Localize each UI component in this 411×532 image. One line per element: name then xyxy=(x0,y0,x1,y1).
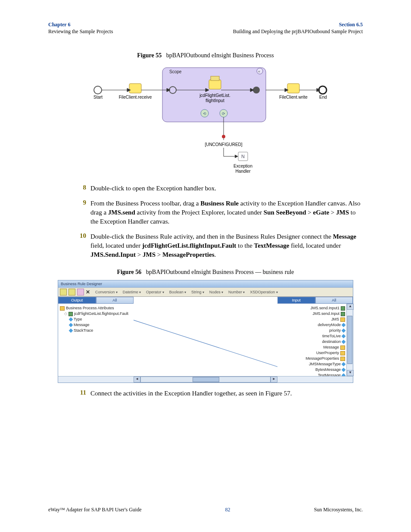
figure55-text: bpBAPIOutbound eInsight Business Process xyxy=(166,52,274,59)
brd-canvas[interactable] xyxy=(134,297,277,376)
tb-nodes[interactable]: Nodes xyxy=(209,290,223,294)
toolbar-icon[interactable] xyxy=(60,289,67,296)
scroll-track[interactable] xyxy=(140,376,271,383)
step-11-num: 11 xyxy=(48,389,90,396)
step-8-body: Double-click to open the Exception handl… xyxy=(90,184,363,193)
step-9: 9 From the Business Process toolbar, dra… xyxy=(48,199,363,226)
scroll-thumb[interactable] xyxy=(193,377,219,382)
end-label: End xyxy=(319,95,327,100)
svg-rect-8 xyxy=(211,76,219,81)
header: Chapter 6 Reviewing the Sample Projects … xyxy=(48,22,363,35)
svg-text:jcdFlightGetList.: jcdFlightGetList. xyxy=(199,93,230,98)
tab-all-right[interactable]: All xyxy=(315,297,353,304)
tab-output[interactable]: Output xyxy=(58,297,96,304)
tb-xsdoperation[interactable]: XSDOperation xyxy=(250,290,277,294)
step-8: 8 Double-click to open the Exception han… xyxy=(48,184,363,193)
step-9-body: From the Business Process toolbar, drag … xyxy=(90,199,363,226)
tb-boolean[interactable]: Boolean xyxy=(169,290,186,294)
svg-point-3 xyxy=(94,86,102,94)
svg-text:⟲: ⟲ xyxy=(203,112,206,116)
svg-marker-33 xyxy=(235,155,238,158)
tab-input[interactable]: Input xyxy=(277,297,315,304)
diamond-icon xyxy=(342,368,346,372)
brd-toolbar: ✕ Conversion Datetime Operator Boolean S… xyxy=(58,288,353,297)
svg-text:«: « xyxy=(258,69,260,74)
node-icon xyxy=(68,312,73,316)
tab-all-left[interactable]: All xyxy=(96,297,134,304)
figure55-label: Figure 55 xyxy=(137,52,162,59)
tb-number[interactable]: Number xyxy=(228,290,245,294)
scroll-down-icon[interactable]: ▼ xyxy=(347,370,354,376)
brd-right-pane: Input All JMS.send.Input1 JMS.send.Input… xyxy=(277,297,353,376)
svg-text:N: N xyxy=(241,154,245,159)
business-rule-designer: Business Rule Designer ✕ Conversion Date… xyxy=(58,280,353,383)
svg-rect-15 xyxy=(287,84,299,93)
step-11-body: Connect the activities in the Exception … xyxy=(90,389,363,398)
brd-columns: Output All Business Process Attributes ◇… xyxy=(58,297,353,376)
step-11: 11 Connect the activities in the Excepti… xyxy=(48,389,363,398)
footer-right: Sun Microsystems, Inc. xyxy=(314,507,363,513)
svg-line-38 xyxy=(134,320,277,367)
tb-string[interactable]: String xyxy=(191,290,204,294)
scope-label: Scope xyxy=(169,69,182,74)
header-left: Chapter 6 Reviewing the Sample Projects xyxy=(48,22,113,35)
figure56-text: bpBAPIOutbound eInsight Business Process… xyxy=(146,269,294,275)
folder-icon xyxy=(340,357,345,361)
figure56-caption: Figure 56 bpBAPIOutbound eInsight Busine… xyxy=(48,269,363,276)
footer-left: eWay™ Adapter for SAP BAPI User's Guide xyxy=(48,507,141,513)
toolbar-icon[interactable] xyxy=(77,289,84,296)
step-10: 10 Double-click the Business Rule activi… xyxy=(48,232,363,259)
diamond-icon xyxy=(342,362,346,367)
brd-left-pane: Output All Business Process Attributes ◇… xyxy=(58,297,134,376)
scroll-right-icon[interactable]: ► xyxy=(271,376,277,383)
figure56-label: Figure 56 xyxy=(117,269,141,275)
scroll-thumb[interactable] xyxy=(347,316,352,364)
left-tree[interactable]: Business Process Attributes ◇jcdFlightGe… xyxy=(58,304,134,376)
diamond-icon xyxy=(342,340,346,344)
header-subtitle-right: Building and Deploying the prjBAPIOutbou… xyxy=(233,28,363,35)
folder-icon xyxy=(340,351,345,355)
svg-text:flightInput: flightInput xyxy=(206,98,224,103)
scroll-up-icon[interactable]: ▲ xyxy=(347,304,354,310)
tb-conversion[interactable]: Conversion xyxy=(95,290,118,294)
scroll-left-icon[interactable]: ◄ xyxy=(134,376,140,383)
step-9-num: 9 xyxy=(48,199,90,206)
diamond-icon xyxy=(69,329,73,333)
unconfigured-label: [UNCONFIGURED] xyxy=(205,142,242,147)
brd-title: Business Rule Designer xyxy=(58,280,353,288)
vertical-scrollbar[interactable]: ▲ ▼ xyxy=(346,304,353,376)
figure55-caption: Figure 55 bpBAPIOutbound eInsight Busine… xyxy=(48,52,363,59)
svg-rect-7 xyxy=(209,80,221,89)
header-subtitle-left: Reviewing the Sample Projects xyxy=(48,28,113,35)
tb-datetime[interactable]: Datetime xyxy=(123,290,141,294)
footer: eWay™ Adapter for SAP BAPI User's Guide … xyxy=(48,507,363,513)
diamond-icon xyxy=(342,334,346,339)
diamond-icon xyxy=(69,323,73,327)
diamond-icon xyxy=(69,317,73,322)
chapter-label: Chapter 6 xyxy=(48,22,113,28)
svg-text:⟳: ⟳ xyxy=(222,112,225,116)
folder-icon xyxy=(60,306,65,311)
svg-point-30 xyxy=(222,135,225,138)
delete-icon[interactable]: ✕ xyxy=(86,289,90,295)
diamond-icon xyxy=(342,373,346,376)
diamond-icon xyxy=(342,329,346,333)
header-right: Section 6.5 Building and Deploying the p… xyxy=(233,22,363,35)
folder-icon xyxy=(340,317,345,322)
receive-label: FileClient.receive xyxy=(119,95,152,100)
folder-icon xyxy=(340,345,345,350)
toolbar-icon[interactable] xyxy=(68,289,75,296)
section-label: Section 6.5 xyxy=(233,22,363,28)
page: Chapter 6 Reviewing the Sample Projects … xyxy=(0,0,411,532)
svg-text:Handler: Handler xyxy=(235,169,251,174)
tb-operator[interactable]: Operator xyxy=(146,290,164,294)
write-label: FileClient.write xyxy=(279,95,308,100)
node-icon xyxy=(341,312,345,316)
horizontal-scrollbar[interactable]: ◄ ► xyxy=(58,376,353,383)
right-tree[interactable]: JMS.send.Input1 JMS.send.Input JMS deliv… xyxy=(277,304,353,376)
diamond-icon xyxy=(342,323,346,327)
step-10-body: Double-click the Business Rule activity,… xyxy=(90,232,363,259)
figure55-diagram: Scope « Start FileClient.receive jcdFlig… xyxy=(48,63,363,178)
step-8-num: 8 xyxy=(48,184,90,191)
node-icon xyxy=(341,306,345,311)
